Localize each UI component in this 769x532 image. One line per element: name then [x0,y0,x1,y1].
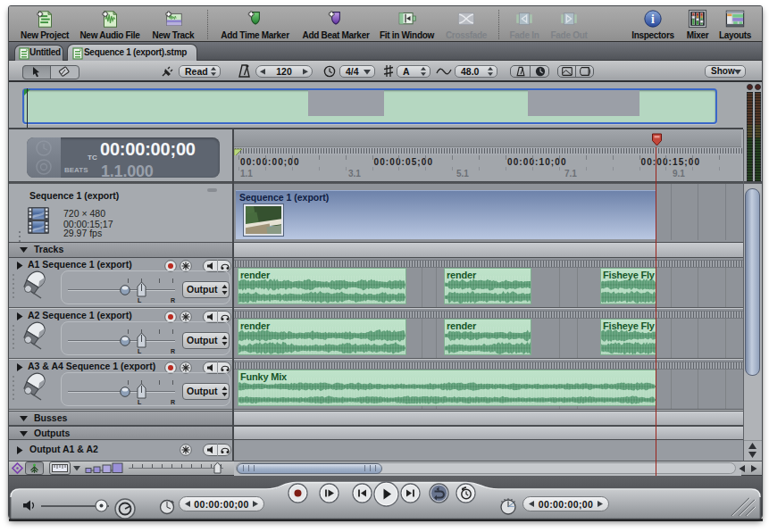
svg-text:i: i [651,12,655,26]
